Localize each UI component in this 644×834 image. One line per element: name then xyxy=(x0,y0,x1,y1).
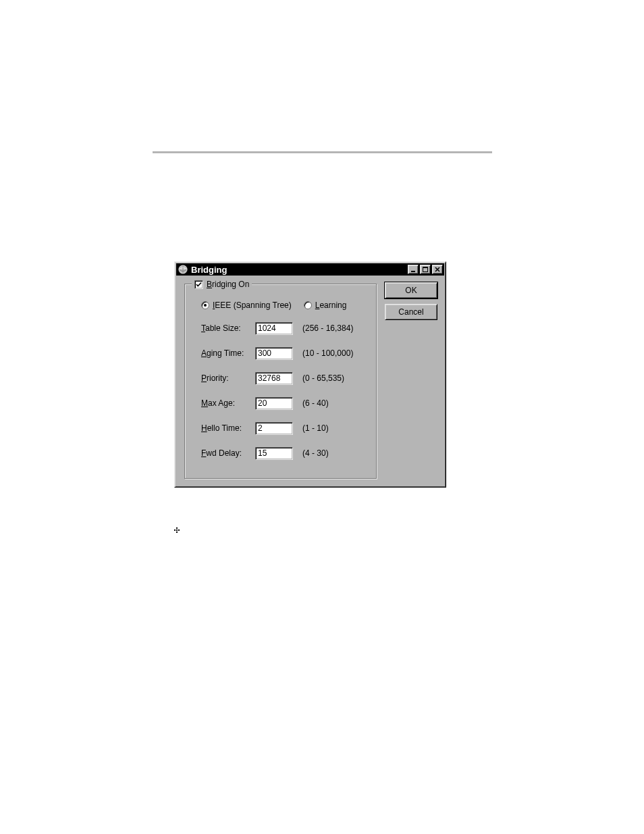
check-icon xyxy=(196,282,202,288)
radio-learning-label: Learning xyxy=(315,301,347,310)
row-fwd-delay: Fwd Delay: 15 (4 - 30) xyxy=(201,446,370,461)
ok-button[interactable]: OK xyxy=(385,282,437,298)
hint-hello-time: (1 - 10) xyxy=(302,423,329,433)
close-button[interactable] xyxy=(432,265,443,274)
label-hello-time: Hello Time: xyxy=(201,423,255,433)
minimize-button[interactable] xyxy=(408,265,419,274)
row-priority: Priority: 32768 (0 - 65,535) xyxy=(201,371,370,386)
radio-learning[interactable]: Learning xyxy=(304,301,347,310)
svg-rect-2 xyxy=(176,529,178,531)
input-table-size[interactable]: 1024 xyxy=(255,322,293,335)
hint-fwd-delay: (4 - 30) xyxy=(302,448,329,458)
label-aging-time: Aging Time: xyxy=(201,348,255,358)
radio-icon xyxy=(201,301,209,309)
row-hello-time: Hello Time: 2 (1 - 10) xyxy=(201,421,370,436)
input-priority[interactable]: 32768 xyxy=(255,372,293,385)
label-fwd-delay: Fwd Delay: xyxy=(201,448,255,458)
input-fwd-delay[interactable]: 15 xyxy=(255,447,293,460)
bridging-on-group: Bridging On IEEE (Spanning Tree) Learnin… xyxy=(184,284,377,479)
bridging-on-checkbox[interactable] xyxy=(194,280,203,289)
svg-rect-0 xyxy=(176,527,178,529)
input-max-age[interactable]: 20 xyxy=(255,397,293,410)
form-rows: Table Size: 1024 (256 - 16,384) Aging Ti… xyxy=(201,321,370,471)
svg-rect-1 xyxy=(174,529,176,531)
label-max-age: Max Age: xyxy=(201,398,255,408)
row-max-age: Max Age: 20 (6 - 40) xyxy=(201,396,370,411)
hint-priority: (0 - 65,535) xyxy=(302,373,344,383)
row-table-size: Table Size: 1024 (256 - 16,384) xyxy=(201,321,370,336)
label-table-size: Table Size: xyxy=(201,323,255,333)
titlebar[interactable]: Bridging xyxy=(176,263,444,276)
label-priority: Priority: xyxy=(201,373,255,383)
bridging-dialog: Bridging Bridging On xyxy=(174,261,446,488)
svg-rect-4 xyxy=(176,531,178,533)
svg-rect-9 xyxy=(423,267,428,268)
radio-ieee-label: IEEE (Spanning Tree) xyxy=(213,301,292,310)
svg-rect-7 xyxy=(411,271,415,272)
hint-aging-time: (10 - 100,000) xyxy=(302,348,353,358)
svg-rect-3 xyxy=(178,529,180,531)
bridge-type-radios: IEEE (Spanning Tree) Learning xyxy=(201,299,370,311)
radio-ieee[interactable]: IEEE (Spanning Tree) xyxy=(201,301,292,310)
window-buttons xyxy=(406,265,443,274)
cancel-button[interactable]: Cancel xyxy=(385,304,437,320)
diamond-bullet-icon xyxy=(173,527,180,533)
bridging-on-legend[interactable]: Bridging On xyxy=(192,279,252,290)
input-aging-time[interactable]: 300 xyxy=(255,347,293,360)
input-hello-time[interactable]: 2 xyxy=(255,422,293,435)
hint-table-size: (256 - 16,384) xyxy=(302,323,353,333)
page-divider xyxy=(153,151,492,153)
app-icon xyxy=(178,264,188,275)
dialog-client: Bridging On IEEE (Spanning Tree) Learnin… xyxy=(179,278,441,483)
hint-max-age: (6 - 40) xyxy=(302,398,329,408)
window-title: Bridging xyxy=(190,265,406,275)
maximize-button[interactable] xyxy=(420,265,431,274)
bridging-on-label: Bridging On xyxy=(207,280,249,289)
row-aging-time: Aging Time: 300 (10 - 100,000) xyxy=(201,346,370,361)
radio-icon xyxy=(304,301,312,309)
